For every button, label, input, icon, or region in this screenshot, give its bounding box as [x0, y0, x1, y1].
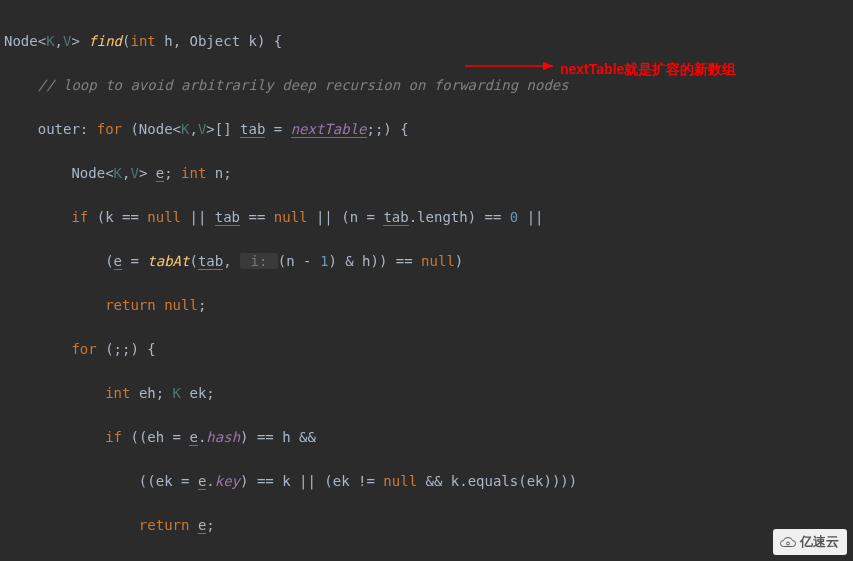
code-line: for (;;) {	[4, 338, 849, 360]
code-line: ((ek = e.key) == k || (ek != null && k.e…	[4, 470, 849, 492]
watermark: 亿速云	[773, 529, 847, 555]
code-line: if ((eh = e.hash) == h &&	[4, 426, 849, 448]
annotation-text: nextTable就是扩容的新数组	[560, 58, 736, 80]
code-line: int eh; K ek;	[4, 382, 849, 404]
code-line: return null;	[4, 294, 849, 316]
watermark-label: 亿速云	[800, 531, 839, 553]
cloud-icon	[779, 535, 797, 549]
code-line: Node<K,V> find(int h, Object k) {	[4, 30, 849, 52]
code-line: return e;	[4, 514, 849, 536]
code-line: outer: for (Node<K,V>[] tab = nextTable;…	[4, 118, 849, 140]
annotation-arrow-icon	[465, 60, 560, 72]
code-line: if (k == null || tab == null || (n = tab…	[4, 206, 849, 228]
code-editor[interactable]: Node<K,V> find(int h, Object k) { // loo…	[0, 0, 853, 561]
code-line: (e = tabAt(tab, i: (n - 1) & h)) == null…	[4, 250, 849, 272]
code-line: Node<K,V> e; int n;	[4, 162, 849, 184]
